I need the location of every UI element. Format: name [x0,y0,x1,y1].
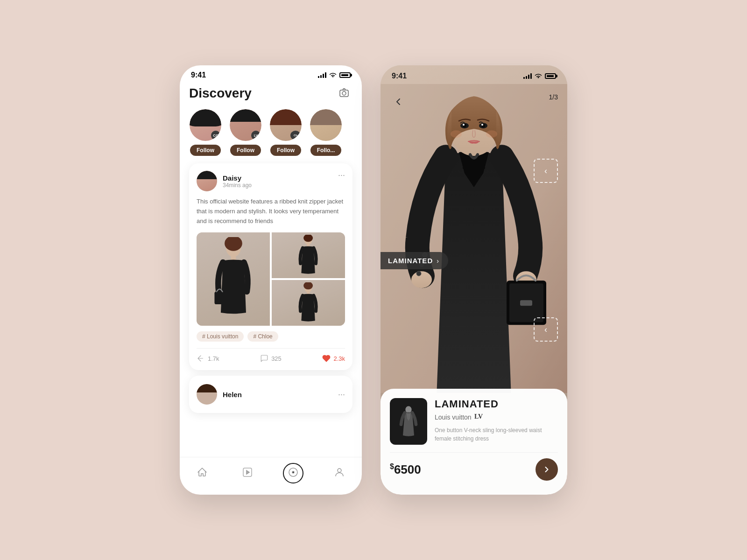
model-svg [381,84,567,393]
hair-1 [190,109,221,126]
like-count: 2.3k [333,355,345,362]
fashion-small-2 [272,280,345,326]
status-bar-right: 9:41 [381,65,567,82]
avatar-wrapper-4 [310,109,342,141]
product-name: LAMINATED [435,398,558,410]
heart-icon [322,354,331,363]
status-icons-right [523,73,556,79]
signal-icon-right [523,73,532,79]
hair-2 [230,109,261,122]
comment-icon [260,354,268,363]
post-username: Daisy [223,174,252,182]
hair-3 [270,109,302,125]
avatar-wrapper-3: Ch [270,109,302,141]
chevron-left-bottom: ‹ [544,325,547,335]
tag-2[interactable]: # Chloe [247,331,278,342]
lv-logo-svg: LV [474,412,487,420]
bottom-nav [180,457,362,495]
camera-icon [338,87,350,100]
follow-button-2[interactable]: Follow [230,145,261,156]
fashion-image-main [197,232,270,326]
post-avatar-face [197,171,217,191]
model-container [381,84,567,393]
signal-icon [318,72,326,78]
brand-badge-3: Ch [290,131,301,140]
wifi-icon-right [535,73,542,79]
dress-silhouette [399,405,418,438]
post-user-info: Daisy 34mins ago [223,174,252,189]
avatar-wrapper-2: LV [230,109,261,141]
back-button[interactable] [390,93,407,110]
nav-play[interactable] [238,464,257,483]
svg-point-30 [463,124,465,126]
avatars-row: CC Follow LV Follow [189,109,352,156]
avatar-wrapper-1: CC [190,109,221,141]
svg-point-38 [416,271,421,276]
post-time: 34mins ago [223,182,252,189]
svg-point-35 [486,130,497,138]
svg-point-15 [292,471,294,473]
preview-more[interactable]: ··· [338,390,345,399]
tag-1[interactable]: # Louis vuitton [197,331,244,342]
post-image-small-1 [272,232,345,278]
fashion-figure-svg [208,237,259,321]
brand-row: Louis vuitton LV [435,412,558,422]
buy-button[interactable] [536,458,558,481]
product-card-inner: LAMINATED Louis vuitton LV One button V-… [390,398,558,445]
nav-compass[interactable] [283,463,303,483]
play-icon [242,467,253,480]
chevron-left-top: ‹ [544,166,547,176]
svg-point-1 [342,91,346,95]
share-icon [197,354,205,363]
hair-4 [310,109,342,125]
comment-action[interactable]: 325 [260,354,282,363]
compass-icon [288,467,299,480]
product-tag-name: LAMINATED [388,257,433,265]
camera-button[interactable] [336,85,352,102]
lv-logo: LV [474,412,487,422]
second-post-preview: Helen ··· [189,376,352,413]
pagination-label: 1/3 [549,93,558,101]
nav-profile[interactable] [330,464,349,483]
share-count: 1.7k [208,355,219,362]
tags-row: # Louis vuitton # Chloe [197,331,345,342]
post-actions: 1.7k 325 2.3k [197,348,345,363]
avatar-item-2: LV Follow [229,109,262,156]
fashion-figure-small-1 [286,235,330,276]
follow-button-1[interactable]: Follow [190,145,221,156]
avatar-item-3: Ch Follow [269,109,302,156]
time-right: 9:41 [392,72,407,80]
price-symbol: $ [390,462,394,470]
status-bar-left: 9:41 [180,65,362,81]
status-icons-left [318,72,351,78]
svg-rect-5 [214,292,225,304]
follow-button-4[interactable]: Follo... [310,145,342,156]
brand-badge-1: CC [211,131,220,140]
left-phone: 9:41 Discovery [180,65,362,495]
more-button[interactable]: ··· [338,171,345,179]
time-left: 9:41 [191,71,206,79]
product-tag[interactable]: LAMINATED › [381,252,448,269]
post-avatar [197,171,217,191]
post-text: This official website features a ribbed … [197,197,345,226]
price: $6500 [390,462,421,477]
page-title: Discovery [189,86,252,101]
selector-box-top[interactable]: ‹ [534,159,558,183]
phone-content-left: Discovery [180,81,362,457]
svg-text:LV: LV [474,413,483,420]
discovery-header: Discovery [189,81,352,109]
brand-name: Louis vuitton [435,413,472,421]
like-action[interactable]: 2.3k [322,354,345,363]
post-header: Daisy 34mins ago ··· [197,171,345,191]
share-action[interactable]: 1.7k [197,354,219,363]
home-icon [197,467,208,480]
post-card: Daisy 34mins ago ··· This official websi… [189,163,352,370]
right-phone: 9:41 1/3 ‹ [381,65,567,495]
follow-button-3[interactable]: Follow [270,145,301,156]
svg-point-16 [338,469,341,472]
selector-box-bottom[interactable]: ‹ [534,317,558,342]
product-thumbnail [390,398,427,445]
post-image-main [197,232,270,326]
nav-home[interactable] [193,464,211,483]
post-image-small-2 [272,280,345,326]
